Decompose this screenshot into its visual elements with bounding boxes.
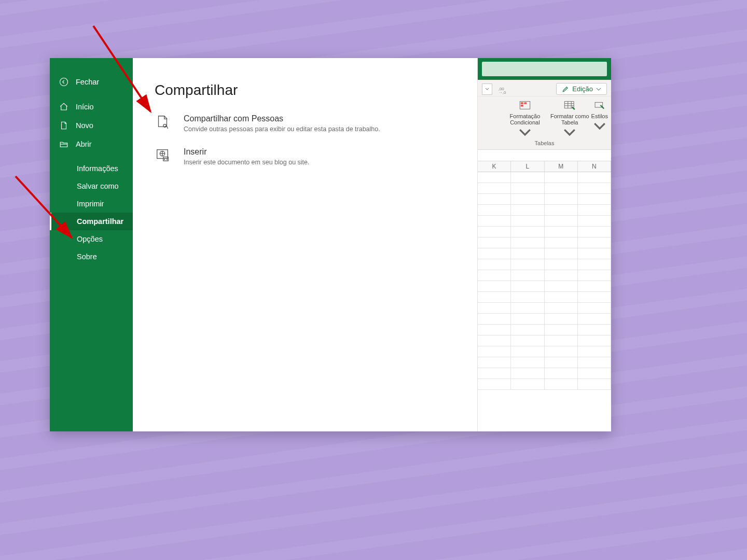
embed-title: Inserir (184, 147, 310, 157)
sidebar-item-print[interactable]: Imprimir (50, 195, 133, 213)
embed-desc: Inserir este documento em seu blog ou si… (184, 159, 310, 166)
share-with-people-option[interactable]: Compartilhar com Pessoas Convide outras … (155, 114, 457, 133)
col-header[interactable]: N (578, 161, 611, 172)
format-as-table-button[interactable]: Formatar como Tabela (548, 100, 591, 138)
sidebar-new-label: Novo (76, 121, 93, 130)
conditional-formatting-button[interactable]: Formatação Condicional (502, 100, 548, 138)
cell-styles-icon (593, 100, 606, 112)
sidebar-item-share[interactable]: Compartilhar (50, 213, 133, 230)
edit-button-label: Edição (572, 85, 593, 93)
number-format-dropdown[interactable] (482, 83, 492, 95)
sidebar-item-about[interactable]: Sobre (50, 248, 133, 265)
column-headers: K L M N (478, 161, 611, 172)
ribbon-group-label: Tabelas (478, 139, 611, 150)
share-people-icon (155, 114, 170, 130)
sidebar-back-close[interactable]: Fechar (50, 73, 133, 91)
title-bar (478, 58, 611, 80)
ribbon-styles-group: Formatação Condicional Formatar como Tab… (478, 96, 611, 139)
embed-option[interactable]: Inserir Inserir este documento em seu bl… (155, 147, 457, 166)
filename-field[interactable] (482, 62, 607, 76)
svg-point-0 (60, 78, 68, 86)
embed-icon (155, 147, 170, 163)
format-table-label: Formatar como Tabela (548, 113, 591, 125)
svg-rect-7 (524, 102, 527, 104)
decrease-decimal-icon[interactable]: ,00→,0 (496, 83, 508, 95)
sidebar-item-new[interactable]: Novo (50, 116, 133, 135)
sidebar-saveas-label: Salvar como (77, 182, 119, 190)
sidebar-share-label: Compartilhar (77, 217, 123, 226)
cell-styles-button[interactable]: Estilos (591, 100, 608, 138)
excel-backstage-window: Fechar Início Novo Abrir Informações Sal… (50, 58, 611, 431)
formula-bar[interactable] (478, 150, 611, 161)
editing-mode-button[interactable]: Edição (556, 83, 607, 95)
home-icon (59, 102, 68, 111)
chevron-down-icon (596, 87, 601, 91)
sidebar-options-label: Opções (77, 235, 103, 243)
spreadsheet-preview: ,00→,0 Edição Formatação Condicional (477, 58, 611, 431)
sidebar-item-home[interactable]: Início (50, 97, 133, 116)
col-header[interactable]: L (511, 161, 544, 172)
format-table-icon (563, 100, 576, 112)
sidebar-item-saveas[interactable]: Salvar como (50, 177, 133, 195)
chevron-down-icon (563, 127, 576, 138)
conditional-formatting-icon (518, 100, 532, 112)
col-header[interactable]: K (478, 161, 511, 172)
sidebar-item-options[interactable]: Opções (50, 230, 133, 248)
sidebar-print-label: Imprimir (77, 200, 104, 208)
share-people-desc: Convide outras pessoas para exibir ou ed… (184, 125, 380, 133)
chevron-down-icon (593, 120, 606, 132)
cond-format-label: Formatação Condicional (502, 113, 548, 125)
svg-rect-6 (521, 102, 523, 104)
back-arrow-icon (59, 77, 68, 87)
chevron-down-icon (518, 127, 532, 138)
backstage-sidebar: Fechar Início Novo Abrir Informações Sal… (50, 58, 133, 431)
sidebar-about-label: Sobre (77, 253, 97, 261)
page-title: Compartilhar (155, 82, 457, 99)
svg-rect-8 (521, 105, 523, 106)
folder-open-icon (59, 139, 68, 149)
sidebar-open-label: Abrir (76, 140, 92, 148)
spreadsheet-grid[interactable] (478, 172, 611, 431)
new-file-icon (59, 121, 68, 130)
share-people-title: Compartilhar com Pessoas (184, 114, 380, 123)
ribbon-top-row: ,00→,0 Edição (478, 80, 611, 96)
sidebar-item-open[interactable]: Abrir (50, 135, 133, 153)
col-header[interactable]: M (545, 161, 578, 172)
styles-label: Estilos (591, 113, 608, 119)
backstage-main-panel: Compartilhar Compartilhar com Pessoas Co… (133, 58, 477, 431)
sidebar-close-label: Fechar (76, 78, 99, 86)
sidebar-home-label: Início (76, 103, 94, 111)
sidebar-item-info[interactable]: Informações (50, 160, 133, 177)
sidebar-info-label: Informações (77, 164, 118, 173)
